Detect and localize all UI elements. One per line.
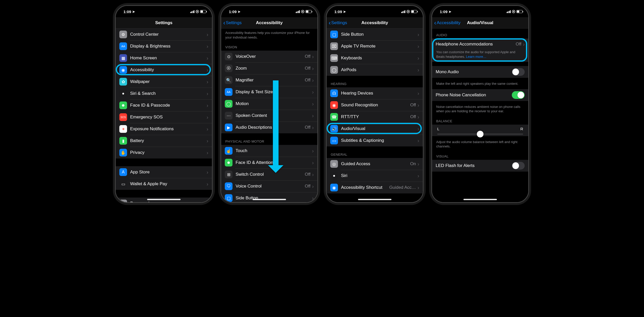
wifi-icon: ⦿ — [195, 10, 199, 14]
app-icon: ▭ — [119, 180, 127, 188]
row-value: Off — [516, 42, 521, 47]
row-guided-access[interactable]: ◎Guided AccessOn› — [327, 158, 423, 170]
row-sound-recognition[interactable]: ◉Sound RecognitionOff› — [327, 99, 423, 111]
chevron-right-icon: › — [417, 67, 419, 72]
row-headphone-accommodations[interactable]: Headphone Accommodations Off › — [432, 39, 528, 50]
chevron-right-icon: › — [417, 32, 419, 37]
row-accessibility[interactable]: ◉Accessibility› — [116, 64, 212, 76]
cellular-icon — [190, 10, 195, 13]
chevron-right-icon: › — [417, 114, 419, 119]
chevron-right-icon: › — [207, 79, 208, 84]
row-audio-visual[interactable]: 🔊Audio/Visual› — [327, 123, 423, 135]
phone-frame-4: 1:09➤ ⦿ ‹Accessibility Audio/Visual AUDI… — [431, 5, 529, 203]
location-icon: ➤ — [343, 10, 346, 14]
row-rtt-tty[interactable]: ☎RTT/TTYOff› — [327, 111, 423, 123]
row-app-store[interactable]: AApp Store› — [116, 166, 212, 178]
row-wallet-apple-pay[interactable]: ▭Wallet & Apple Pay› — [116, 178, 212, 190]
chevron-right-icon: › — [417, 102, 419, 108]
row-label: Side Button — [341, 32, 417, 37]
learn-more-link[interactable]: Learn more… — [466, 55, 486, 59]
balance-slider[interactable] — [437, 134, 523, 135]
row-accessibility-shortcut[interactable]: ◉Accessibility ShortcutGuided Acc…› — [327, 182, 423, 193]
nav-title: Settings — [155, 20, 172, 25]
app-icon: ⌨ — [330, 54, 338, 62]
row-display-brightness[interactable]: AADisplay & Brightness› — [116, 40, 212, 52]
row-label: Accessibility Shortcut — [341, 185, 389, 190]
row-label: Audio/Visual — [341, 126, 417, 131]
balance-left-label: L — [437, 127, 439, 131]
back-button[interactable]: ‹Settings — [223, 20, 242, 26]
noise-group: Phone Noise Cancellation — [432, 89, 528, 101]
wifi-icon: ⦿ — [301, 10, 305, 14]
row-side-button[interactable]: ▢Side Button› — [327, 29, 423, 40]
clock: 1:09 — [229, 10, 237, 14]
notch — [457, 6, 503, 13]
row-control-center[interactable]: ⚙︎Control Center› — [116, 29, 212, 40]
row-value: Off — [305, 54, 310, 59]
chevron-right-icon: › — [417, 55, 419, 61]
row-led-flash[interactable]: LED Flash for Alerts — [432, 160, 528, 172]
home-indicator — [147, 199, 181, 200]
row-label: Wallet & Apple Pay — [130, 181, 207, 187]
slider-thumb[interactable] — [477, 131, 484, 137]
row-label: Wallpaper — [130, 79, 207, 84]
balance-group: L R — [432, 125, 528, 136]
row-label: LED Flash for Alerts — [436, 163, 512, 168]
row-value: Off — [305, 78, 310, 83]
chevron-right-icon: › — [207, 138, 208, 143]
row-siri[interactable]: ●Siri› — [327, 170, 423, 182]
chevron-right-icon: › — [312, 89, 314, 95]
phone-frame-2: 1:09➤ ⦿ ‹Settings Accessibility Accessib… — [220, 5, 318, 203]
toggle-led-flash[interactable] — [512, 162, 525, 170]
app-icon: ⚙︎ — [119, 31, 127, 38]
phone-frame-1: 1:09➤ ⦿ Settings ⚙︎Control Center›AADisp… — [115, 5, 213, 203]
app-icon: ▭ — [330, 137, 338, 144]
section-header-general: GENERAL — [327, 148, 423, 158]
row-mono-audio[interactable]: Mono Audio — [432, 66, 528, 78]
row-zoom[interactable]: ⦿ZoomOff› — [221, 62, 317, 74]
row-label: AirPods — [341, 67, 417, 72]
toggle-noise-cancellation[interactable] — [512, 91, 525, 99]
row-voiceover[interactable]: ⊙VoiceOverOff› — [221, 51, 317, 62]
row-wallpaper[interactable]: ✿Wallpaper› — [116, 76, 212, 88]
row-keyboards[interactable]: ⌨Keyboards› — [327, 52, 423, 64]
row-siri-search[interactable]: ●Siri & Search› — [116, 88, 212, 99]
row-emergency-sos[interactable]: SOSEmergency SOS› — [116, 111, 212, 123]
row-privacy[interactable]: ✋Privacy› — [116, 147, 212, 158]
home-indicator — [358, 199, 391, 200]
row-apple-tv-remote[interactable]: ⌧Apple TV Remote› — [327, 40, 423, 52]
row-label: Passwords — [130, 201, 207, 202]
row-voice-control[interactable]: 🗨Voice ControlOff› — [221, 180, 317, 192]
row-face-id-passcode[interactable]: ☻Face ID & Passcode› — [116, 99, 212, 111]
row-value: Guided Acc… — [389, 185, 416, 190]
chevron-right-icon: › — [207, 181, 208, 187]
chevron-right-icon: › — [207, 55, 208, 61]
row-value: Off — [305, 125, 310, 130]
row-side-button[interactable]: ▢Side Button› — [221, 192, 317, 202]
row-battery[interactable]: ▮Battery› — [116, 135, 212, 147]
chevron-right-icon: › — [207, 103, 208, 108]
row-noise-cancellation[interactable]: Phone Noise Cancellation — [432, 89, 528, 101]
app-icon: ◉ — [119, 66, 127, 74]
app-icon: 🔊 — [330, 125, 338, 133]
back-button[interactable]: ‹Settings — [329, 20, 347, 26]
chevron-right-icon: › — [417, 185, 419, 190]
row-value: Off — [410, 102, 416, 108]
app-icon: 🗨 — [225, 182, 232, 190]
section-header-audio: AUDIO — [432, 29, 528, 39]
row-value: On — [410, 161, 416, 166]
app-icon: ☎ — [330, 113, 338, 121]
row-home-screen[interactable]: ▦Home Screen› — [116, 52, 212, 64]
row-hearing-devices[interactable]: ☊Hearing Devices› — [327, 87, 423, 99]
chevron-right-icon: › — [417, 126, 419, 131]
back-button[interactable]: ‹Accessibility — [434, 20, 461, 26]
battery-icon — [306, 10, 312, 13]
row-label: Zoom — [236, 66, 305, 71]
row-exposure-notifications[interactable]: ✶Exposure Notifications› — [116, 123, 212, 135]
row-airpods[interactable]: ◯AirPods› — [327, 64, 423, 76]
app-icon: ▢ — [225, 194, 232, 202]
battery-icon — [516, 10, 523, 13]
row-subtitles-captioning[interactable]: ▭Subtitles & Captioning› — [327, 135, 423, 146]
app-icon: ▮ — [119, 137, 127, 145]
toggle-mono-audio[interactable] — [512, 68, 525, 76]
